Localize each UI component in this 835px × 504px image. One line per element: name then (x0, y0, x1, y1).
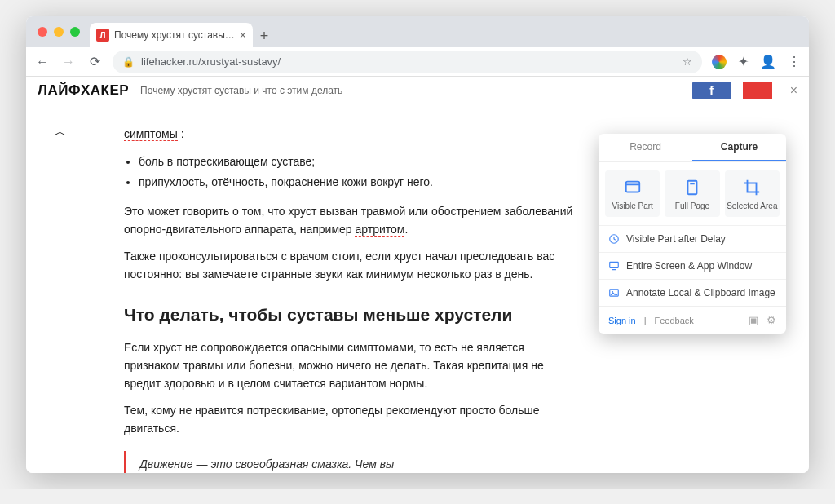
image-icon (608, 287, 620, 298)
tab-strip: Л Почему хрустят суставы и чт × + (26, 16, 809, 47)
svg-rect-5 (610, 262, 619, 267)
reload-button[interactable]: ⟳ (86, 54, 103, 69)
tab-title: Почему хрустят суставы и чт (114, 29, 235, 41)
close-window-button[interactable] (38, 27, 47, 37)
maximize-window-button[interactable] (70, 27, 80, 37)
paragraph: Это может говорить о том, что хруст вызв… (124, 203, 581, 238)
menu-button[interactable]: ⋮ (788, 54, 801, 69)
window-controls (38, 27, 80, 37)
capture-full-page-button[interactable]: Full Page (665, 170, 719, 217)
tab-capture[interactable]: Capture (692, 134, 786, 161)
settings-icon[interactable]: ⚙ (767, 314, 776, 326)
tab-close-button[interactable]: × (240, 29, 246, 42)
extension-popup: Record Capture Visible Part Full Page Se… (599, 134, 786, 334)
capture-selected-area-button[interactable]: Selected Area (725, 170, 780, 217)
lock-icon: 🔒 (122, 56, 135, 68)
capture-visible-part-button[interactable]: Visible Part (605, 170, 660, 217)
capture-mode-row: Visible Part Full Page Selected Area (599, 162, 786, 225)
scroll-to-top-button[interactable]: ︿ (51, 122, 70, 142)
feedback-link[interactable]: Feedback (655, 316, 694, 325)
divider: | (644, 316, 647, 325)
breadcrumb: Почему хрустят суставы и что с этим дела… (140, 85, 342, 96)
tab-record[interactable]: Record (599, 134, 692, 161)
sign-in-link[interactable]: Sign in (608, 316, 636, 325)
minimize-window-button[interactable] (54, 27, 64, 37)
extensions-button[interactable]: ✦ (738, 54, 749, 69)
back-button[interactable]: ← (34, 55, 51, 69)
section-heading: Что делать, чтобы суставы меньше хрустел… (124, 302, 581, 329)
forward-button[interactable]: → (60, 55, 77, 69)
pip-icon[interactable]: ▣ (749, 314, 758, 326)
intro-line: симптомы : (124, 126, 581, 144)
profile-button[interactable]: 👤 (760, 54, 776, 69)
paragraph: Если хруст не сопровождается опасными си… (124, 339, 581, 392)
favicon: Л (96, 29, 109, 42)
star-icon[interactable]: ☆ (683, 55, 692, 68)
toolbar-right: ✦ 👤 ⋮ (712, 54, 801, 69)
facebook-share-button[interactable]: f (692, 82, 731, 99)
toolbar: ← → ⟳ 🔒 lifehacker.ru/xrustyat-sustavy/ … (26, 47, 809, 77)
extension-icon[interactable] (712, 55, 727, 69)
site-logo[interactable]: ЛАЙФХАКЕР (38, 82, 129, 99)
page: ЛАЙФХАКЕР Почему хрустят суставы и что с… (26, 77, 809, 473)
symptom-list: боль в потрескивающем суставе; припухлос… (139, 153, 581, 192)
new-tab-button[interactable]: + (253, 24, 276, 47)
browser-tab[interactable]: Л Почему хрустят суставы и чт × (90, 23, 253, 47)
crop-icon (743, 179, 761, 197)
popup-footer: Sign in | Feedback ▣ ⚙ (599, 306, 786, 334)
clock-icon (608, 233, 620, 245)
url-text: lifehacker.ru/xrustyat-sustavy/ (141, 55, 281, 68)
highlighted-word[interactable]: симптомы (124, 127, 178, 141)
monitor-icon (608, 260, 620, 272)
list-item: боль в потрескивающем суставе; (139, 153, 581, 171)
inline-link[interactable]: артритом (355, 223, 404, 237)
svg-rect-0 (625, 182, 639, 192)
article-body: симптомы : боль в потрескивающем суставе… (124, 104, 581, 473)
close-icon[interactable]: × (790, 83, 797, 98)
paragraph: Тем, кому не нравится потрескивание, орт… (124, 402, 581, 437)
paragraph: Также проконсультироваться с врачом стои… (124, 248, 581, 283)
svg-rect-2 (687, 181, 696, 195)
blockquote: Движение — это своеобразная смазка. Чем … (124, 451, 450, 473)
site-header: ЛАЙФХАКЕР Почему хрустят суставы и что с… (26, 77, 809, 104)
capture-entire-screen-button[interactable]: Entire Screen & App Window (599, 252, 786, 279)
address-bar[interactable]: 🔒 lifehacker.ru/xrustyat-sustavy/ ☆ (113, 51, 702, 73)
browser-icon (624, 179, 642, 197)
popup-tabs: Record Capture (599, 134, 786, 162)
capture-after-delay-button[interactable]: Visible Part after Delay (599, 225, 786, 252)
browser-window: Л Почему хрустят суставы и чт × + ← → ⟳ … (26, 16, 809, 473)
share-button-red[interactable] (743, 82, 772, 99)
annotate-image-button[interactable]: Annotate Local & Clipboard Image (599, 279, 786, 306)
page-icon (683, 179, 701, 197)
list-item: припухлость, отёчность, покраснение кожи… (139, 174, 581, 192)
